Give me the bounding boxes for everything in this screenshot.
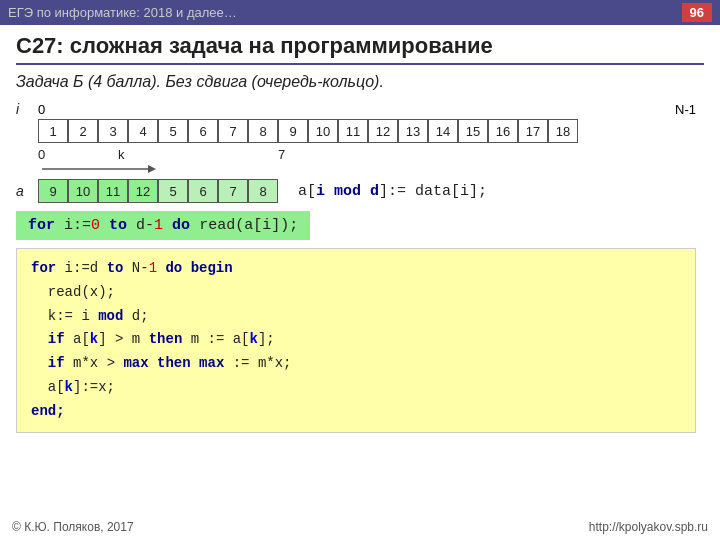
a-array-cell: 7 xyxy=(218,179,248,203)
slide-title: С27: сложная задача на программирование xyxy=(16,33,704,65)
main-array-cell: 6 xyxy=(188,119,218,143)
main-array-cell: 16 xyxy=(488,119,518,143)
a-array-cells: 91011125678 xyxy=(38,179,278,203)
main-array-cells: 123456789101112131415161718 xyxy=(38,119,578,143)
a-row: a 91011125678 a[i mod d]:= data[i]; xyxy=(16,179,704,203)
main-array-cell: 9 xyxy=(278,119,308,143)
main-array-cell: 3 xyxy=(98,119,128,143)
main-array-cell: 17 xyxy=(518,119,548,143)
main-array-cell: 1 xyxy=(38,119,68,143)
for-var: i:= xyxy=(64,217,91,234)
main-array-cell: 4 xyxy=(128,119,158,143)
svg-marker-1 xyxy=(148,165,156,173)
main-array-cell: 15 xyxy=(458,119,488,143)
page-number: 96 xyxy=(682,3,712,22)
index-zero: 0 xyxy=(38,102,45,117)
assign-code: a[i mod d]:= data[i]; xyxy=(298,183,487,200)
a-array-cell: 11 xyxy=(98,179,128,203)
yellow-code-block: for i:=d to N-1 do begin read(x); k:= i … xyxy=(16,248,696,433)
a-array-cell: 10 xyxy=(68,179,98,203)
green-code-block: for i:=0 to d-1 do read(a[i]); xyxy=(16,211,310,240)
main-array-cell: 10 xyxy=(308,119,338,143)
k-start-label: 0 xyxy=(38,147,45,162)
task-description: Задача Б (4 балла). Без сдвига (очередь-… xyxy=(16,73,704,91)
footer: © К.Ю. Поляков, 2017 http://kpolyakov.sp… xyxy=(0,520,720,534)
k-label: k xyxy=(118,147,125,162)
k-arrow-svg xyxy=(38,161,318,177)
a-array-cell: 12 xyxy=(128,179,158,203)
content-area: С27: сложная задача на программирование … xyxy=(0,25,720,441)
main-array-row: 123456789101112131415161718 xyxy=(38,119,704,143)
main-array-cell: 12 xyxy=(368,119,398,143)
footer-left: © К.Ю. Поляков, 2017 xyxy=(12,520,134,534)
main-array-cell: 13 xyxy=(398,119,428,143)
a-array-cell: 8 xyxy=(248,179,278,203)
a-label: a xyxy=(16,183,34,199)
main-array-cell: 14 xyxy=(428,119,458,143)
main-array-cell: 2 xyxy=(68,119,98,143)
main-array-cell: 5 xyxy=(158,119,188,143)
for-keyword: for xyxy=(28,217,64,234)
k-end-label: 7 xyxy=(278,147,285,162)
k-indicator-area: 0 k 7 xyxy=(38,147,704,177)
header-title: ЕГЭ по информатике: 2018 и далее… xyxy=(8,5,237,20)
main-array-cell: 11 xyxy=(338,119,368,143)
footer-right: http://kpolyakov.spb.ru xyxy=(589,520,708,534)
a-array-cell: 9 xyxy=(38,179,68,203)
main-array-cell: 8 xyxy=(248,119,278,143)
a-array-cell: 5 xyxy=(158,179,188,203)
main-array-cell: 7 xyxy=(218,119,248,143)
index-n1: N-1 xyxy=(675,102,696,117)
header-bar: ЕГЭ по информатике: 2018 и далее… 96 xyxy=(0,0,720,25)
i-label: i xyxy=(16,101,34,117)
index-i-row: i 0 N-1 xyxy=(16,101,704,117)
a-array-cell: 6 xyxy=(188,179,218,203)
main-array-cell: 18 xyxy=(548,119,578,143)
